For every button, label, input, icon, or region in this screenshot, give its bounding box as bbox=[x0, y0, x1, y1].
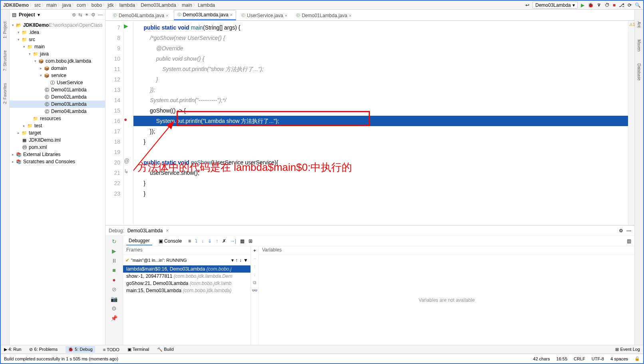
step-over-icon[interactable]: ⤵ bbox=[195, 238, 197, 244]
breadcrumb-item[interactable]: lambda bbox=[119, 2, 135, 8]
breadcrumb-item[interactable]: Lambda bbox=[198, 2, 215, 8]
evaluate-icon[interactable]: ▦ bbox=[240, 238, 244, 244]
tree-item[interactable]: ⒸDemo03Lambda bbox=[10, 101, 105, 108]
breadcrumb-item[interactable]: src bbox=[34, 2, 41, 8]
code-line[interactable]: public static void main(String[] args) { bbox=[133, 22, 628, 33]
run-tool-button[interactable]: ▶ 4: Run bbox=[4, 347, 21, 352]
tree-item[interactable]: ▸📁target bbox=[10, 129, 105, 136]
frame-row[interactable]: goShow:21, Demo03Lambda (com.bobo.jdk.la… bbox=[123, 280, 250, 287]
copy-icon[interactable]: ⧉ bbox=[253, 280, 256, 285]
code-line[interactable]: System.out.println("----------");*/ bbox=[133, 95, 628, 105]
editor-tab[interactable]: ⒸDemo04Lambda.java× bbox=[109, 11, 172, 20]
status-indent[interactable]: 4 spaces bbox=[610, 356, 628, 361]
collapse-icon[interactable]: ✶ bbox=[85, 12, 89, 18]
search-icon[interactable]: 🔍 bbox=[635, 2, 641, 8]
code-line[interactable]: }); bbox=[133, 126, 628, 136]
force-step-into-icon[interactable]: ⇓ bbox=[208, 238, 212, 244]
close-icon[interactable]: × bbox=[166, 228, 169, 233]
database-tool-button[interactable]: Database bbox=[637, 63, 641, 81]
frame-row[interactable]: lambda$main$0:16, Demo03Lambda (com.bobo… bbox=[123, 265, 250, 273]
git-icon[interactable]: ⎇ bbox=[619, 2, 624, 8]
warning-indicator[interactable]: ⚠1 bbox=[629, 22, 635, 27]
editor-scrollbar[interactable]: ⚠1 bbox=[628, 21, 634, 225]
trace-icon[interactable]: ⊞ bbox=[248, 238, 252, 244]
code-line[interactable]: }); bbox=[133, 85, 628, 95]
tab-console[interactable]: ▣ Console bbox=[156, 237, 184, 245]
structure-tool-button[interactable]: 7: Structure bbox=[3, 50, 7, 71]
stop-icon[interactable]: ■ bbox=[112, 267, 115, 273]
prev-frame-icon[interactable]: ↑ bbox=[235, 257, 238, 263]
breadcrumb-item[interactable]: JDK8Demo bbox=[3, 2, 29, 8]
breadcrumb[interactable]: JDK8Demo〉src〉main〉java〉com〉bobo〉jdk〉lamb… bbox=[3, 2, 524, 8]
frame-row[interactable]: main:15, Demo03Lambda (com.bobo.jdk.lamb… bbox=[123, 287, 250, 294]
breadcrumb-item[interactable]: com bbox=[77, 2, 86, 8]
expand-icon[interactable]: ⇆ bbox=[78, 12, 82, 18]
minimize-icon[interactable]: — bbox=[626, 228, 631, 233]
step-out-icon[interactable]: ↑ bbox=[216, 238, 218, 244]
pin-icon[interactable]: 📌 bbox=[111, 315, 117, 321]
debug-tool-button[interactable]: 🐞 5: Debug bbox=[66, 346, 95, 353]
build-tool-button[interactable]: 🔨 Build bbox=[157, 347, 174, 352]
tree-item[interactable]: ▾📦service bbox=[10, 72, 105, 79]
favorites-tool-button[interactable]: 2: Favorites bbox=[3, 83, 7, 104]
add-watch-icon[interactable]: + bbox=[253, 248, 256, 253]
code-line[interactable]: } bbox=[133, 178, 628, 188]
resume-icon[interactable]: ▶ bbox=[112, 248, 116, 254]
lock-icon[interactable]: 🔒 bbox=[634, 356, 640, 361]
remove-watch-icon[interactable]: − bbox=[253, 256, 256, 261]
tree-item[interactable]: ▾📁java bbox=[10, 50, 105, 57]
gear-icon[interactable]: ⚙ bbox=[91, 12, 95, 18]
tree-item[interactable]: ▸📁test bbox=[10, 122, 105, 129]
todo-tool-button[interactable]: ≡ TODO bbox=[103, 347, 119, 352]
event-log-button[interactable]: ⊞ Event Log bbox=[615, 347, 640, 352]
tree-item[interactable]: ▾📁src bbox=[10, 36, 105, 43]
settings-icon[interactable]: ⚙ bbox=[111, 305, 117, 312]
tree-item[interactable]: ▦JDK8Demo.iml bbox=[10, 136, 105, 144]
drop-frame-icon[interactable]: ✗ bbox=[222, 238, 226, 244]
stop-icon[interactable]: ■ bbox=[613, 2, 616, 8]
code-line[interactable]: } bbox=[133, 136, 628, 147]
breadcrumb-item[interactable]: main bbox=[182, 2, 192, 8]
tree-item[interactable]: 📁resources bbox=[10, 115, 105, 122]
problems-tool-button[interactable]: ⊘ 6: Problems bbox=[29, 347, 58, 352]
chevron-down-icon[interactable]: ▾ bbox=[38, 12, 40, 18]
coverage-icon[interactable]: ⛛ bbox=[597, 2, 602, 8]
editor-tab[interactable]: ⒸUserService.java× bbox=[238, 11, 291, 20]
code-line[interactable]: @Override bbox=[133, 43, 628, 53]
maven-tool-button[interactable]: Maven bbox=[637, 40, 641, 51]
gear-icon[interactable]: ⚙ bbox=[619, 228, 623, 233]
breakpoints-icon[interactable]: ● bbox=[112, 277, 115, 283]
rerun-icon[interactable]: ↻ bbox=[112, 238, 117, 245]
code-line[interactable]: System.out.println("show 方法执行了..."); bbox=[133, 64, 628, 74]
debug-tabs[interactable]: Debugger ▣ Console ≡ ⤵ ↓ ⇓ ↑ ✗ →| ▦ ⊞ ▥ bbox=[123, 236, 634, 246]
code-line[interactable]: } bbox=[133, 188, 628, 199]
terminal-tool-button[interactable]: ▣ Terminal bbox=[127, 347, 149, 352]
project-tree[interactable]: ▾📂JDK8Demo E:\workspace\OpenClass▾📁.idea… bbox=[10, 20, 105, 345]
tab-debugger[interactable]: Debugger bbox=[126, 237, 152, 245]
run-config-selector[interactable]: Demo03Lambda ▾ bbox=[533, 2, 578, 9]
up-icon[interactable]: ↑ bbox=[254, 264, 256, 269]
breadcrumb-item[interactable]: Demo03Lambda bbox=[141, 2, 176, 8]
layout-icon[interactable]: ▥ bbox=[627, 238, 631, 244]
editor-tab[interactable]: ⒸDemo01Lambda.java× bbox=[292, 11, 355, 20]
editor-tab[interactable]: ⒸDemo03Lambda.java× bbox=[174, 10, 237, 20]
breadcrumb-item[interactable]: java bbox=[62, 2, 71, 8]
tree-item[interactable]: ▾📁main bbox=[10, 43, 105, 50]
tree-item[interactable]: ▸📦domain bbox=[10, 65, 105, 72]
code-content[interactable]: 方法体中的代码是在 lambda$main$0:中执行的 public stat… bbox=[133, 21, 628, 225]
code-line[interactable]: /*goShow(new UserService() { bbox=[133, 33, 628, 43]
mute-bp-icon[interactable]: ⊘ bbox=[112, 286, 117, 293]
code-area[interactable]: 7891011121314151617181920212223 ▶●@↳ 方法体… bbox=[105, 21, 634, 225]
glass-icon[interactable]: 👓 bbox=[252, 288, 258, 293]
pause-icon[interactable]: ⏸ bbox=[111, 257, 117, 264]
tree-item[interactable]: ⓜpom.xml bbox=[10, 144, 105, 151]
step-into-icon[interactable]: ↓ bbox=[201, 238, 204, 244]
tree-item[interactable]: ▸📚External Libraries bbox=[10, 151, 105, 158]
tree-item[interactable]: ⒾUserService bbox=[10, 79, 105, 86]
update-icon[interactable]: ⟳ bbox=[628, 2, 632, 8]
tree-item[interactable]: ▾📁.idea bbox=[10, 29, 105, 36]
editor-tabs[interactable]: ⒸDemo04Lambda.java×ⒸDemo03Lambda.java×ⒸU… bbox=[105, 10, 634, 21]
tree-item[interactable]: ⒸDemo01Lambda bbox=[10, 86, 105, 93]
down-icon[interactable]: ↓ bbox=[254, 272, 256, 277]
status-crlf[interactable]: CRLF bbox=[574, 356, 585, 361]
